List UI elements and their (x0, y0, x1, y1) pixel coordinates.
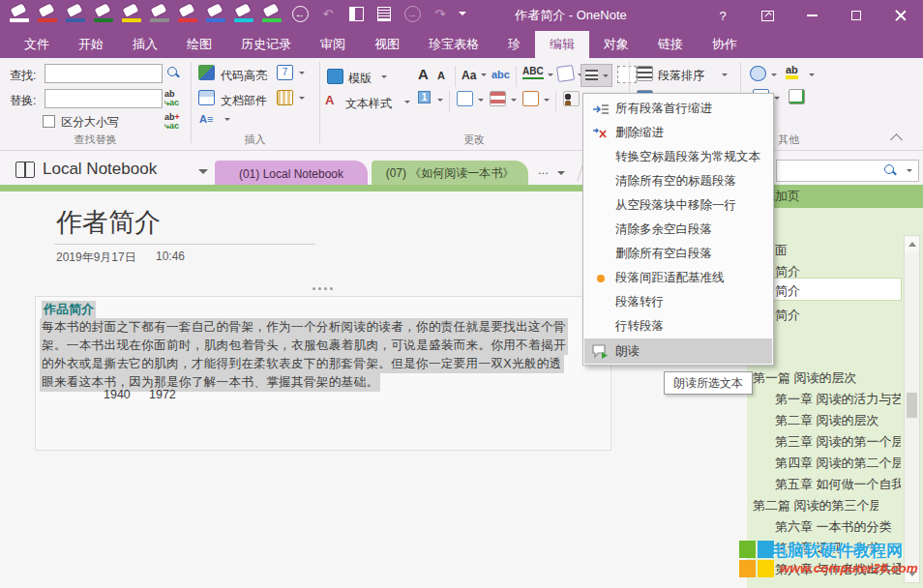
section-tab-local-notebook[interactable]: (01) Local Notebook (215, 161, 368, 187)
shrink-font-icon[interactable]: A (437, 70, 445, 81)
redo-icon[interactable]: ↷ (431, 4, 450, 23)
menu-item-convert-empty-headings[interactable]: 转换空标题段落为常规文本 (584, 145, 772, 169)
pen-white-icon[interactable] (10, 5, 29, 22)
tab-link[interactable]: 链接 (643, 31, 698, 58)
note-heading[interactable]: 作品简介 (42, 301, 96, 318)
tab-view[interactable]: 视图 (360, 31, 414, 58)
paragraph-tools-button[interactable] (581, 64, 612, 87)
doc-parts-button[interactable]: 文档部件 (221, 93, 267, 109)
pen-yellow-icon[interactable] (122, 5, 141, 22)
numbering-icon[interactable]: 1 (418, 91, 431, 103)
help-button[interactable]: ? (700, 0, 745, 31)
menu-item-clear-empty-headings[interactable]: 清除所有空的标题段落 (584, 169, 772, 193)
change-case-caret-icon[interactable] (481, 74, 487, 79)
pen-red2-icon[interactable] (178, 5, 197, 22)
maximize-button[interactable] (834, 0, 878, 31)
paragraph-sort-button[interactable]: 段落排序 (658, 68, 704, 84)
back-icon[interactable]: ← (290, 4, 310, 23)
page-item[interactable]: 第五章 如何做一个自我 (775, 476, 901, 493)
collapse-ribbon-icon[interactable] (890, 133, 903, 146)
replace-icon[interactable]: ab⤷ac (164, 90, 179, 107)
scroll-down-button[interactable] (905, 567, 919, 582)
web-check-caret-icon[interactable] (771, 74, 777, 79)
forward-icon[interactable]: → (402, 4, 422, 23)
year-value[interactable]: 1972 (149, 388, 176, 401)
numbering-caret-icon[interactable] (437, 99, 443, 104)
notebook-caret-icon[interactable] (198, 169, 208, 179)
ribbon-display-options-button[interactable] (745, 0, 789, 31)
menu-item-clear-extra-blank-paragraphs[interactable]: 清除多余空白段落 (584, 218, 772, 242)
text-style-caret-icon[interactable] (404, 101, 410, 106)
page-item[interactable]: 第一章 阅读的活力与艺 (775, 391, 901, 408)
page-template-icon[interactable] (556, 65, 575, 82)
tab-gem[interactable]: 珍 (493, 31, 535, 58)
border-icon[interactable] (457, 91, 473, 106)
container-handle[interactable] (313, 287, 333, 290)
note-line[interactable]: 每本书的封面之下都有一套自己的骨架，作为一个分析阅读的读者，你的责任就是要找出这… (40, 318, 568, 337)
page-item-selected[interactable]: 简介 (775, 282, 800, 300)
spellcheck-caret-icon[interactable] (548, 74, 553, 79)
note-line[interactable]: 的外衣或是撕去它的肌肉，才能得到在柔软表皮下的那套骨架。但是你一定要用一双X光般… (40, 355, 564, 373)
menu-item-first-line-indent[interactable]: 所有段落首行缩进 (584, 97, 772, 121)
pen-cyan-icon[interactable] (234, 5, 253, 22)
page-item[interactable]: 第二篇 阅读的第三个层次 (753, 497, 878, 514)
grow-font-icon[interactable]: A (418, 66, 429, 82)
pen-green-icon[interactable] (94, 5, 113, 22)
sort-list-icon[interactable]: A≡ (199, 113, 213, 125)
tab-home[interactable]: 开始 (64, 31, 118, 58)
more-sections-caret-icon[interactable] (557, 171, 565, 179)
table-icon[interactable] (277, 90, 293, 105)
close-button[interactable] (878, 0, 923, 31)
full-page-view-icon[interactable] (374, 4, 394, 23)
clear-format-icon[interactable]: abc (491, 69, 510, 80)
menu-item-remove-indent[interactable]: 删除缩进 (584, 121, 772, 145)
paragraph-sort-caret-icon[interactable] (722, 74, 728, 79)
page-item[interactable]: 第一篇 阅读的层次 (753, 369, 857, 387)
text-style-button[interactable]: 文本样式 (345, 96, 392, 112)
note-line[interactable]: 架。一本书出现在你面前时，肌肉包着骨头，衣服包裹着肌肉，可说是盛装而来。你用不着… (40, 337, 568, 355)
page-check-icon[interactable] (789, 89, 805, 104)
scroll-up-button[interactable] (905, 236, 919, 251)
table-caret-icon[interactable] (299, 97, 305, 103)
pen-red-icon[interactable] (38, 5, 57, 22)
text-blocks-icon[interactable] (490, 91, 506, 106)
tab-file[interactable]: 文件 (10, 31, 64, 58)
menu-item-line-to-paragraph[interactable]: 行转段落 (584, 314, 772, 338)
note-container[interactable]: 作品简介 每本书的封面之下都有一套自己的骨架，作为一个分析阅读的读者，你的责任就… (35, 296, 611, 451)
code-highlight-button[interactable]: 代码高亮 (221, 68, 267, 84)
page-item[interactable]: 第二章 阅读的层次 (775, 412, 879, 429)
tab-edit[interactable]: 编辑 (535, 31, 589, 58)
case-sensitive-checkbox[interactable] (43, 115, 55, 128)
calendar-icon[interactable]: 7 (277, 65, 293, 80)
page-item[interactable]: 第六章 一本书的分类 (775, 518, 892, 536)
menu-item-delete-all-blank-paragraphs[interactable]: 删除所有空白段落 (584, 242, 772, 266)
undo-icon[interactable]: ↶ (318, 4, 338, 23)
more-sections-button[interactable]: ... (538, 162, 549, 177)
scroll-thumb[interactable] (907, 393, 917, 418)
text-blocks-caret-icon[interactable] (511, 99, 517, 104)
tab-draw[interactable]: 绘图 (172, 31, 226, 58)
copy-caret-icon[interactable] (774, 97, 780, 103)
template-caret-icon[interactable] (381, 75, 387, 81)
bullets-icon[interactable] (563, 91, 580, 106)
spellcheck-icon[interactable]: ABC (522, 66, 544, 79)
pen-blue2-icon[interactable] (206, 5, 225, 22)
search-box[interactable] (776, 160, 919, 182)
tab-review[interactable]: 审阅 (306, 31, 360, 58)
selection-box-icon[interactable] (617, 66, 637, 83)
find-input[interactable] (45, 64, 163, 83)
tab-cooperation[interactable]: 协作 (698, 31, 752, 58)
page-item[interactable]: 第八章 与作者找出共通 (775, 561, 901, 578)
tab-history[interactable]: 历史记录 (226, 31, 306, 58)
sidebar-scrollbar[interactable] (904, 235, 920, 583)
menu-item-remove-line-from-empty-block[interactable]: 从空段落块中移除一行 (584, 193, 772, 218)
pen-gray-icon[interactable] (150, 5, 169, 22)
page-item[interactable]: 第七章 透视一本书 (775, 540, 879, 557)
template-button[interactable]: 模版 (348, 71, 372, 87)
highlight-icon[interactable]: ab (786, 64, 798, 79)
page-item[interactable]: 第三章 阅读的第一个层 (775, 433, 901, 451)
year-value[interactable]: 1940 (104, 388, 131, 401)
section-tab-how-to-read-a-book[interactable]: (07) 《如何阅读一本书》 (372, 161, 528, 187)
web-check-icon[interactable] (750, 66, 766, 81)
checkbox-tool-caret-icon[interactable] (544, 99, 550, 104)
